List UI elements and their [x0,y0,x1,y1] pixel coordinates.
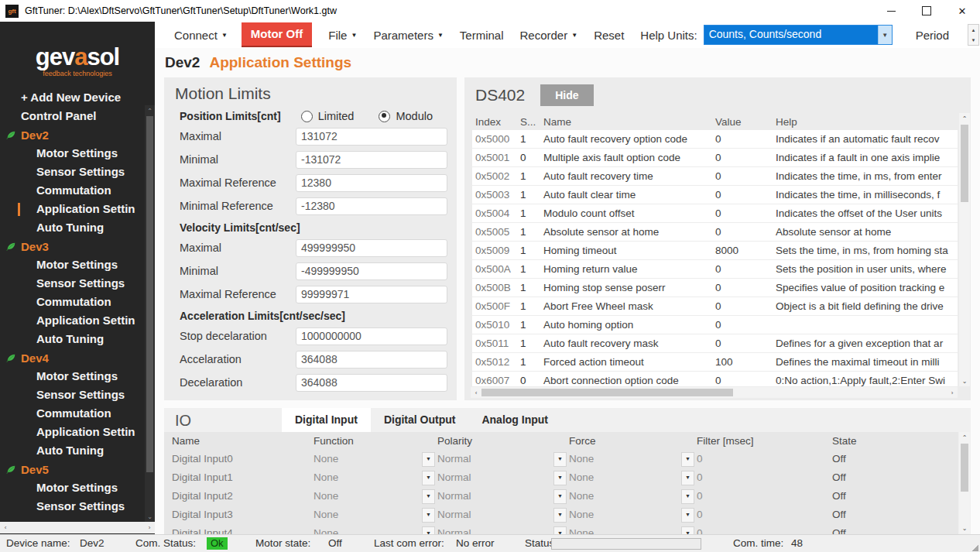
menu-item-parameters[interactable]: Parameters▼ [373,29,443,42]
sidebar-device-dev5[interactable]: Dev5 [0,460,155,478]
sidebar-item-dev4-commutation[interactable]: Commutation [0,404,155,423]
sidebar-item-dev3-application-settin[interactable]: Application Settin [0,311,155,330]
menu-item-reset[interactable]: Reset [594,29,624,42]
polarity-dropdown-button[interactable]: ▼ [553,471,567,485]
radio-modulo[interactable]: Modulo [379,110,433,122]
ds402-row[interactable]: 0x50001Auto fault recovery option code0I… [472,130,958,149]
scrollbar-thumb[interactable] [146,116,153,472]
function-dropdown-button[interactable]: ▼ [422,471,435,485]
polarity-dropdown-button[interactable]: ▼ [553,508,567,523]
ds402-horizontal-scrollbar[interactable]: ‹ › [471,387,958,398]
resize-grip[interactable] [971,544,978,551]
io-vertical-scrollbar[interactable]: ⌃ ⌄ [959,432,970,533]
sidebar-item-dev2-commutation[interactable]: Commutation [0,181,155,200]
tab-digital-output[interactable]: Digital Output [371,408,469,432]
scroll-down-icon[interactable]: ⌄ [959,375,970,386]
minimal-input[interactable] [296,151,447,169]
spinner-up-icon[interactable]: ▲ [968,25,978,35]
sidebar-item-dev4-application-settin[interactable]: Application Settin [0,423,155,441]
force-dropdown-button[interactable]: ▼ [681,508,694,523]
menu-item-terminal[interactable]: Terminal [460,29,504,42]
maximal-reference-input[interactable] [296,174,447,192]
radio-limited[interactable]: Limited [301,110,355,122]
sidebar-item-dev3-commutation[interactable]: Commutation [0,293,155,311]
sidebar-item-control-panel[interactable]: Control Panel [0,107,155,125]
sidebar-item-dev4-motor-settings[interactable]: Motor Settings [0,367,155,386]
ds402-row[interactable]: 0x60070Abort connection option code00:No… [472,372,958,386]
decelaration-input[interactable] [296,374,447,392]
menu-item-recorder[interactable]: Recorder▼ [520,29,578,42]
scrollbar-thumb[interactable] [481,389,733,396]
ds402-row[interactable]: 0x500A1Homing return value0Sets the posi… [472,260,958,279]
sidebar-horizontal-scrollbar[interactable]: ‹ › [0,522,155,533]
function-dropdown-button[interactable]: ▼ [422,526,435,535]
sidebar-vertical-scrollbar[interactable]: ⌃ ⌄ [145,105,155,522]
sidebar-item-dev5-sensor-settings[interactable]: Sensor Settings [0,497,155,516]
ds402-row[interactable]: 0x50051Absolute sensor at home0Absolute … [472,223,958,242]
scroll-right-icon[interactable]: › [144,522,155,533]
io-row[interactable]: Digital Input4None▼Normal▼None▼0Off [164,524,958,534]
ds402-row[interactable]: 0x50010Multiple axis fault option code0I… [472,149,958,167]
scroll-left-icon[interactable]: ‹ [0,522,11,533]
io-filter-cell[interactable]: 0 [697,450,832,468]
function-dropdown-button[interactable]: ▼ [422,452,435,467]
io-row[interactable]: Digital Input1None▼Normal▼None▼0Off [164,468,958,487]
io-filter-cell[interactable]: 0 [697,468,832,487]
io-filter-cell[interactable]: 0 [697,524,832,534]
ds402-row[interactable]: 0x50111Auto fault recovery mask0Defines … [472,334,958,353]
io-row[interactable]: Digital Input0None▼Normal▼None▼0Off [164,450,958,468]
period-spinner[interactable]: ▲ ▼ [968,24,979,46]
io-filter-cell[interactable]: 0 [697,487,832,506]
ds402-row[interactable]: 0x50121Forced action timeout100Defines t… [472,353,958,372]
sidebar-device-dev3[interactable]: Dev3 [0,237,155,255]
sidebar-item-dev3-motor-settings[interactable]: Motor Settings [0,255,155,274]
maximal-input[interactable] [296,128,447,146]
function-dropdown-button[interactable]: ▼ [422,508,435,523]
polarity-dropdown-button[interactable]: ▼ [553,489,567,504]
menu-item-connect[interactable]: Connect▼ [174,29,228,42]
maximal-input[interactable] [296,239,447,257]
scrollbar-thumb[interactable] [961,444,968,492]
force-dropdown-button[interactable]: ▼ [681,471,694,485]
force-dropdown-button[interactable]: ▼ [681,526,694,535]
scroll-up-icon[interactable]: ⌃ [959,113,970,124]
hide-button[interactable]: Hide [540,84,593,106]
spinner-down-icon[interactable]: ▼ [968,35,978,45]
scroll-down-icon[interactable]: ⌄ [959,523,970,533]
sidebar-item-dev4-sensor-settings[interactable]: Sensor Settings [0,386,155,404]
io-row[interactable]: Digital Input3None▼Normal▼None▼0Off [164,506,958,524]
force-dropdown-button[interactable]: ▼ [681,452,694,467]
units-combobox[interactable]: Counts, Counts/second ▼ [704,25,893,45]
sidebar-item-dev2-motor-settings[interactable]: Motor Settings [0,144,155,163]
minimal-input[interactable] [296,262,447,280]
radio-limited-circle[interactable] [301,111,313,122]
tab-digital-input[interactable]: Digital Input [282,408,371,432]
minimal-reference-input[interactable] [296,197,447,215]
polarity-dropdown-button[interactable]: ▼ [553,452,567,467]
sidebar-item-dev3-sensor-settings[interactable]: Sensor Settings [0,274,155,293]
polarity-dropdown-button[interactable]: ▼ [553,526,567,535]
ds402-row[interactable]: 0x50021Auto fault recovery time0Indicate… [472,167,958,186]
sidebar-item-dev4-auto-tuning[interactable]: Auto Tuning [0,441,155,460]
scrollbar-thumb[interactable] [961,125,968,202]
motor-off-button[interactable]: Motor Off [242,22,312,47]
io-filter-cell[interactable]: 0 [697,506,832,524]
sidebar-item-dev5-motor-settings[interactable]: Motor Settings [0,478,155,497]
menu-item-file[interactable]: File▼ [328,29,357,42]
chevron-down-icon[interactable]: ▼ [878,26,892,44]
sidebar-item-dev3-auto-tuning[interactable]: Auto Tuning [0,330,155,348]
minimize-button[interactable] [873,0,909,22]
tab-analog-input[interactable]: Analog Input [468,408,561,432]
sidebar-device-dev2[interactable]: Dev2 [0,125,155,144]
sidebar-item-add-new-device[interactable]: + Add New Device [0,88,155,107]
stop-decelaration-input[interactable] [296,327,447,345]
ds402-row[interactable]: 0x50101Auto homing option0 [472,316,958,334]
ds402-row[interactable]: 0x500B1Homing stop sense poserr0Specifie… [472,279,958,297]
ds402-row[interactable]: 0x500F1Abort Free Wheel mask0Object is a… [472,297,958,316]
menu-item-help[interactable]: Help [640,29,664,42]
sidebar-item-dev2-application-settin[interactable]: Application Settin [0,200,155,218]
scroll-down-icon[interactable]: ⌄ [145,511,155,522]
maximal-reference-input[interactable] [296,286,447,303]
sidebar-device-dev4[interactable]: Dev4 [0,348,155,367]
ds402-row[interactable]: 0x50031Auto fault clear time0Indicates t… [472,186,958,204]
